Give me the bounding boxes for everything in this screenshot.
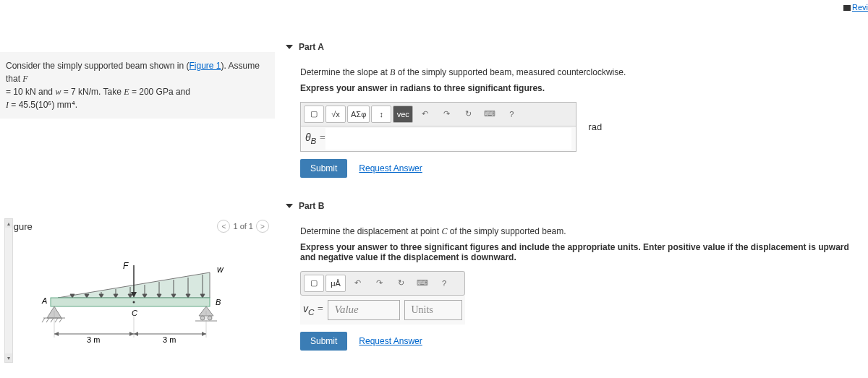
- greek-button[interactable]: ΑΣφ: [347, 106, 370, 123]
- part-b-value-input[interactable]: Value: [328, 300, 400, 320]
- part-b-prompt: Determine the displacement at point C of…: [300, 225, 854, 238]
- part-a-header[interactable]: Part A: [286, 36, 868, 58]
- pager-prev-button[interactable]: <: [217, 220, 230, 233]
- part-a-request-answer-link[interactable]: Request Answer: [359, 163, 422, 173]
- keyboard-button[interactable]: ⌨: [480, 106, 500, 123]
- part-b-variable: vC =: [303, 303, 323, 317]
- pager-count: 1 of 1: [233, 222, 253, 231]
- sqrt-button[interactable]: √x: [326, 106, 346, 123]
- scroll-up-icon[interactable]: ▴: [5, 219, 12, 228]
- keyboard-button[interactable]: ⌨: [412, 275, 433, 292]
- svg-text:B: B: [216, 298, 221, 306]
- help-button[interactable]: ?: [501, 106, 522, 123]
- reset-button[interactable]: ↻: [391, 275, 411, 292]
- vec-button[interactable]: vec: [393, 106, 413, 123]
- svg-point-38: [133, 301, 135, 304]
- part-b-title: Part B: [299, 201, 324, 211]
- part-b-toolbar: ▢ μÅ ↶ ↷ ↻ ⌨ ?: [300, 271, 465, 296]
- part-a-variable: θB =: [305, 132, 326, 145]
- svg-marker-45: [129, 332, 134, 336]
- review-icon: [843, 5, 851, 11]
- part-b-units-input[interactable]: Units: [404, 300, 462, 320]
- part-a-prompt: Determine the slope at B of the simply s…: [300, 66, 854, 79]
- svg-point-32: [200, 316, 205, 320]
- part-a-instruction: Express your answer in radians to three …: [300, 83, 854, 93]
- dim-1: 3 m: [87, 335, 100, 344]
- scroll-down-icon[interactable]: ▾: [5, 353, 12, 362]
- part-b-submit-button[interactable]: Submit: [300, 332, 347, 351]
- subsup-button[interactable]: ↕: [371, 106, 391, 123]
- help-button[interactable]: ?: [434, 275, 454, 292]
- figure-pager: < 1 of 1 >: [217, 220, 269, 233]
- undo-button[interactable]: ↶: [414, 106, 435, 123]
- collapse-icon: [286, 45, 293, 49]
- undo-button[interactable]: ↶: [347, 275, 367, 292]
- templates-button[interactable]: ▢: [304, 106, 324, 123]
- templates-button[interactable]: ▢: [304, 275, 324, 292]
- svg-text:A: A: [41, 296, 47, 305]
- part-a-toolbar: ▢ √x ΑΣφ ↕ vec ↶ ↷ ↻ ⌨ ?: [301, 103, 576, 126]
- redo-button[interactable]: ↷: [369, 275, 389, 292]
- svg-point-33: [208, 316, 212, 320]
- collapse-icon: [286, 204, 293, 208]
- redo-button[interactable]: ↷: [436, 106, 456, 123]
- part-b-instruction: Express your answer to three significant…: [300, 242, 854, 262]
- problem-text: Consider the simply supported beam shown…: [6, 61, 189, 71]
- svg-line-28: [51, 318, 54, 322]
- figure-diagram: F w A B C 3 m: [0, 262, 275, 378]
- svg-line-26: [42, 318, 45, 322]
- part-a-unit: rad: [582, 121, 602, 132]
- force-F-label: F: [123, 262, 129, 271]
- dim-2: 3 m: [163, 335, 176, 344]
- svg-line-27: [46, 318, 49, 322]
- svg-marker-44: [54, 332, 59, 336]
- load-w-label: w: [217, 265, 224, 275]
- part-b-request-answer-link[interactable]: Request Answer: [359, 336, 422, 346]
- part-a-input[interactable]: [326, 128, 571, 150]
- figure-link[interactable]: Figure 1: [189, 61, 221, 71]
- review-link[interactable]: Revi: [843, 3, 868, 12]
- svg-marker-47: [202, 332, 206, 336]
- part-a-submit-button[interactable]: Submit: [300, 159, 347, 178]
- part-a-title: Part A: [299, 42, 324, 52]
- problem-statement: Consider the simply supported beam shown…: [0, 52, 275, 119]
- svg-text:C: C: [132, 309, 137, 317]
- svg-rect-23: [51, 298, 210, 306]
- part-a-answer-box: ▢ √x ΑΣφ ↕ vec ↶ ↷ ↻ ⌨ ? θB =: [300, 102, 576, 152]
- figure-scrollbar[interactable]: ▴ ▾: [4, 218, 13, 363]
- part-b-header[interactable]: Part B: [286, 195, 868, 217]
- pager-next-button[interactable]: >: [256, 220, 269, 233]
- units-button[interactable]: μÅ: [326, 275, 346, 292]
- reset-button[interactable]: ↻: [458, 106, 478, 123]
- svg-line-30: [59, 318, 62, 322]
- svg-marker-46: [134, 332, 138, 336]
- svg-line-29: [55, 318, 58, 322]
